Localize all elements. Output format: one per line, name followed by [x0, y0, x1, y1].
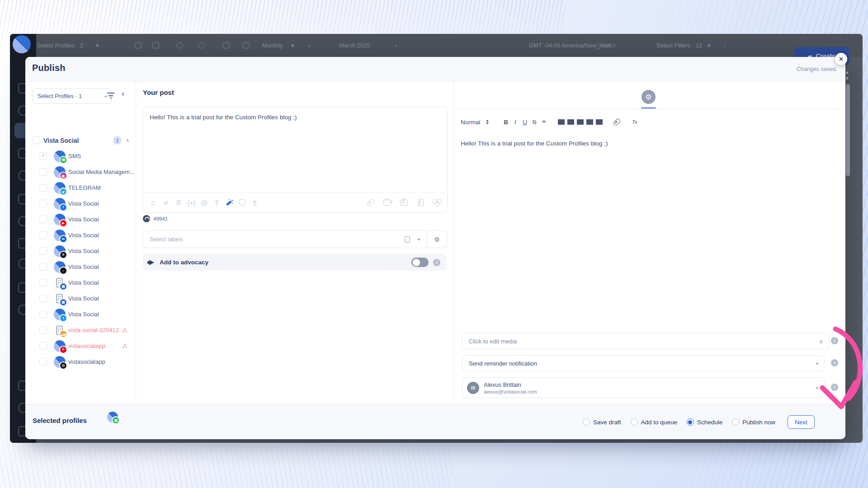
- media-field[interactable]: Click to edit media ∨: [462, 333, 830, 349]
- clear-format-button[interactable]: Tx: [631, 117, 638, 127]
- profile-checkbox[interactable]: [39, 342, 47, 350]
- profile-row[interactable]: ▶ TELEGRAM: [25, 180, 136, 196]
- profile-checkbox[interactable]: [39, 279, 47, 286]
- blockquote-button[interactable]: ”: [540, 115, 547, 129]
- select-labels-field[interactable]: Select labels ▾ ⚙: [143, 230, 448, 248]
- profile-checkbox[interactable]: [39, 295, 47, 302]
- unordered-list-button[interactable]: [567, 117, 575, 127]
- profile-row[interactable]: ▂▄ vista-social-320412 ⚠: [25, 322, 136, 338]
- reminder-info-icon[interactable]: i: [831, 359, 838, 366]
- profile-row[interactable]: @ vistasocialapp: [25, 354, 136, 370]
- bold-button[interactable]: B: [502, 117, 509, 127]
- chevron-down-icon[interactable]: ▾: [418, 237, 420, 242]
- media-library-icon[interactable]: [433, 198, 441, 206]
- radio-icon[interactable]: [732, 418, 739, 426]
- scrollbar-thumb[interactable]: [846, 84, 850, 176]
- shield-icon[interactable]: [238, 198, 246, 206]
- option-schedule[interactable]: Schedule: [687, 418, 722, 426]
- radio-label: Schedule: [697, 419, 722, 426]
- next-button[interactable]: Next: [788, 415, 815, 429]
- option-add-to-queue[interactable]: Add to queue: [631, 418, 677, 426]
- scrollbar-down-icon[interactable]: ▼: [845, 76, 849, 81]
- profile-row[interactable]: ▶ Vista Social: [25, 211, 136, 227]
- style-updown-icon[interactable]: [486, 120, 489, 124]
- advocacy-info-icon[interactable]: i: [433, 259, 440, 266]
- profile-row[interactable]: ◉ Social Media Managem...: [25, 164, 136, 180]
- profile-checkbox[interactable]: ✓: [39, 152, 47, 160]
- align-button[interactable]: [596, 117, 603, 127]
- bg-caret-icon: ▾: [96, 42, 99, 49]
- profile-checkbox[interactable]: [39, 231, 47, 239]
- italic-button[interactable]: I: [512, 117, 519, 127]
- video-icon[interactable]: [383, 198, 391, 206]
- profile-row[interactable]: ✓ ☎ SMS: [25, 148, 136, 164]
- profile-checkbox[interactable]: [39, 247, 47, 255]
- profile-checkbox[interactable]: [39, 168, 47, 176]
- reminder-field[interactable]: Send reminder notification ▾: [462, 355, 825, 371]
- scrollbar-up-icon[interactable]: ▲: [845, 70, 849, 75]
- mention-icon[interactable]: @: [200, 198, 208, 206]
- collapse-panel-icon[interactable]: ‹: [122, 89, 124, 99]
- group-checkbox[interactable]: [33, 136, 40, 144]
- advocacy-toggle[interactable]: [411, 258, 429, 267]
- profile-row[interactable]: ▣ Vista Social: [25, 275, 136, 291]
- warning-icon: ⚠: [122, 327, 127, 333]
- filter-icon[interactable]: [107, 93, 114, 99]
- link-icon[interactable]: [366, 198, 374, 206]
- outdent-button[interactable]: [577, 117, 584, 127]
- style-selector[interactable]: Normal: [461, 119, 481, 126]
- profile-checkbox[interactable]: [39, 184, 47, 192]
- close-button[interactable]: ×: [835, 53, 847, 65]
- profile-group-row[interactable]: Vista Social 1 ∧: [33, 136, 129, 145]
- profile-row[interactable]: ♪ Vista Social: [25, 259, 136, 275]
- bg-star-icon: [176, 42, 183, 48]
- hashtag-icon[interactable]: #: [162, 198, 170, 206]
- chevron-down-icon: ▾: [104, 94, 107, 99]
- file-icon[interactable]: [416, 198, 425, 206]
- profile-row[interactable]: P vistasocialapp ⚠: [25, 338, 136, 354]
- underline-button[interactable]: U: [521, 117, 528, 127]
- variables-icon[interactable]: {+}: [187, 198, 196, 206]
- profile-checkbox[interactable]: [39, 216, 47, 223]
- option-save-draft[interactable]: Save draft: [583, 418, 621, 426]
- option-publish-now[interactable]: Publish now: [732, 418, 775, 426]
- editor-text[interactable]: Hello! This is a trial post for the Cust…: [461, 139, 832, 148]
- radio-icon[interactable]: [583, 418, 590, 426]
- profile-row[interactable]: in Vista Social: [25, 227, 136, 243]
- snippet-icon[interactable]: ≣: [175, 198, 183, 206]
- profile-checkbox[interactable]: [39, 310, 47, 318]
- notification-user-field[interactable]: ✉ Alexus Brittain alexus@vistasocial.com…: [462, 377, 825, 398]
- post-editor[interactable]: Hello! This is a trial post for the Cust…: [143, 107, 448, 213]
- advocacy-row: Add to advocacy i: [143, 254, 447, 271]
- ordered-list-button[interactable]: [558, 117, 565, 127]
- profile-row[interactable]: ▣ Vista Social: [25, 291, 136, 306]
- link-button[interactable]: [613, 117, 621, 127]
- indent-button[interactable]: [586, 117, 594, 127]
- user-info-icon[interactable]: i: [831, 384, 838, 391]
- reminder-label: Send reminder notification: [462, 360, 816, 367]
- profile-checkbox[interactable]: [39, 326, 47, 334]
- master-tab[interactable]: ⚙: [642, 90, 656, 104]
- text-direction-icon[interactable]: ¶: [251, 198, 259, 206]
- radio-icon[interactable]: [687, 418, 694, 426]
- radio-icon[interactable]: [631, 418, 638, 426]
- copy-labels-icon[interactable]: [405, 236, 410, 243]
- post-text[interactable]: Hello! This is a trial post for the Cust…: [150, 113, 441, 122]
- profile-name: vistasocialapp: [68, 343, 105, 349]
- media-info-icon[interactable]: i: [831, 337, 838, 344]
- labels-settings-button[interactable]: ⚙: [426, 231, 447, 248]
- strikethrough-button[interactable]: S: [531, 117, 538, 127]
- profile-checkbox[interactable]: [39, 200, 47, 207]
- profile-checkbox[interactable]: [39, 358, 47, 366]
- changes-saved-status: Changes saved.: [797, 66, 837, 72]
- profile-checkbox[interactable]: [39, 263, 47, 271]
- emoji-icon[interactable]: ☺: [149, 198, 157, 206]
- profile-row[interactable]: t Vista Social: [25, 306, 136, 322]
- profile-row[interactable]: X Vista Social: [25, 243, 136, 259]
- ai-assistant-icon[interactable]: [226, 198, 234, 206]
- profile-row[interactable]: f Vista Social: [25, 196, 136, 211]
- text-format-icon[interactable]: T: [213, 198, 221, 206]
- camera-icon[interactable]: [400, 198, 408, 206]
- select-profiles-button[interactable]: Select Profiles · 1 ▾: [33, 89, 112, 104]
- profile-name: Social Media Managem...: [68, 169, 135, 175]
